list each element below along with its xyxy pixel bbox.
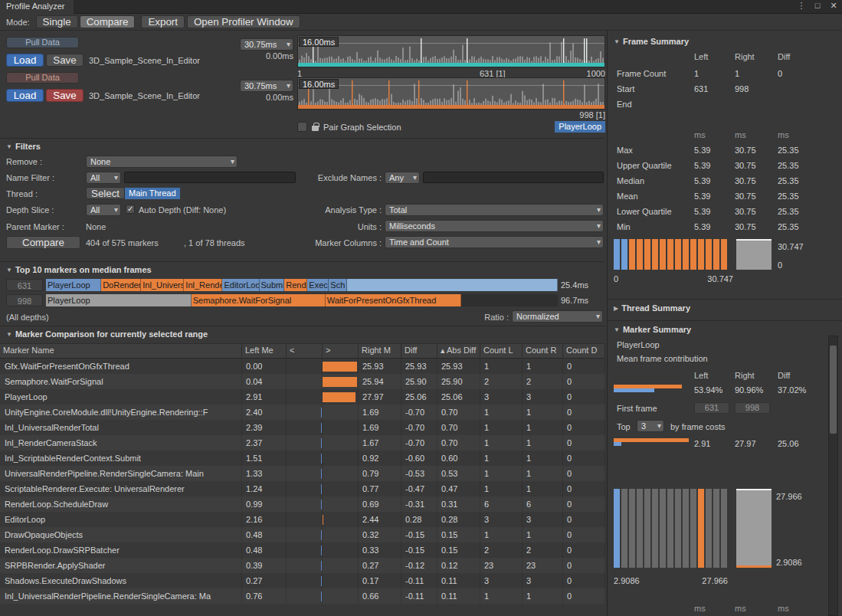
cell: 0 — [563, 359, 605, 374]
column-header[interactable]: Diff — [401, 343, 437, 359]
column-header[interactable]: Right M — [359, 343, 401, 359]
ratio-dropdown[interactable]: Normalized ▾ — [512, 310, 603, 323]
units-dropdown[interactable]: Milliseconds ▾ — [385, 220, 604, 232]
table-row[interactable]: Shadows.ExecuteDrawShadows0.270.17-0.110… — [0, 573, 605, 588]
thread-summary-header[interactable]: ▶ Thread Summary — [614, 303, 690, 313]
top10-segment-submi[interactable]: Submi — [260, 279, 285, 291]
table-row[interactable]: Semaphore.WaitForSignal0.0425.9425.9025.… — [0, 374, 605, 389]
top10-segment-dorenderl[interactable]: DoRenderl — [101, 279, 141, 291]
mode-compare-button[interactable]: Compare — [80, 15, 136, 28]
cell: 0.33 — [359, 542, 401, 558]
frame-summary-header[interactable]: ▼ Frame Summary — [614, 37, 689, 46]
cell: 0.48 — [242, 542, 287, 558]
column-header[interactable]: < — [287, 343, 323, 359]
table-row[interactable]: Gfx.WaitForPresentOnGfxThread0.0025.9325… — [0, 359, 605, 374]
top10-segment-waitforpresentongfxthread[interactable]: WaitForPresentOnGfxThread — [326, 294, 462, 306]
auto-depth-checkbox[interactable]: ✓ — [126, 205, 135, 214]
table-row[interactable]: Inl_ScriptableRenderContext.Submit1.510.… — [0, 451, 605, 466]
column-header[interactable]: Left Me — [242, 343, 287, 359]
chevron-down-icon: ▾ — [657, 421, 661, 431]
compare-button[interactable]: Compare — [6, 236, 80, 249]
open-profiler-button[interactable]: Open Profiler Window — [187, 15, 300, 28]
bottom-graph-scale-dropdown[interactable]: 30.75ms ▾ — [240, 80, 293, 92]
exclude-scope-dropdown[interactable]: Any ▾ — [385, 172, 420, 184]
top10-segment-playerloop[interactable]: PlayerLoop — [46, 279, 101, 291]
top10-segment-rende[interactable]: Rende — [284, 279, 307, 291]
first-frame-left-button[interactable]: 631 — [694, 402, 729, 414]
depth-slice-dropdown[interactable]: All ▾ — [86, 204, 121, 216]
table-row[interactable]: Inl_UniversalRenderTotal2.391.69-0.700.7… — [0, 420, 605, 435]
table-row[interactable]: RenderLoop.ScheduleDraw0.990.69-0.310.31… — [0, 496, 605, 512]
mode-single-button[interactable]: Single — [36, 15, 78, 28]
table-row[interactable]: UniversalRenderPipeline.RenderSingleCame… — [0, 466, 605, 481]
unit-ms: ms — [694, 130, 706, 139]
table-row[interactable]: Inl_RenderCameraStack2.371.67-0.700.7011… — [0, 435, 605, 451]
table-row[interactable]: DrawOpaqueObjects0.480.32-0.150.15110 — [0, 527, 605, 542]
table-row[interactable]: UnityEngine.CoreModule.dll!UnityEngine.R… — [0, 405, 605, 420]
top10-segment-inl-univers[interactable]: Inl_Univers — [141, 279, 184, 291]
cell: 1 — [523, 405, 563, 420]
close-icon[interactable]: ✕ — [828, 1, 839, 11]
name-filter-input[interactable] — [124, 172, 296, 183]
table-row[interactable]: Inl_UniversalRenderPipeline.RenderSingle… — [0, 588, 605, 604]
thread-chip[interactable]: Main Thread — [125, 188, 180, 199]
selected-marker-chip[interactable]: PlayerLoop — [555, 121, 605, 133]
top-n-dropdown[interactable]: 3 ▾ — [637, 420, 664, 432]
filters-header[interactable]: ▼ Filters — [6, 142, 41, 151]
column-header[interactable]: Count D — [563, 343, 605, 359]
table-row[interactable]: RenderLoop.DrawSRPBatcher0.480.33-0.150.… — [0, 542, 605, 558]
scrollbar-thumb[interactable] — [830, 346, 837, 434]
cell: 0.69 — [359, 496, 401, 512]
column-header[interactable]: Marker Name — [0, 343, 242, 359]
marker-comparison-header[interactable]: ▼ Marker Comparison for currently select… — [6, 329, 208, 339]
cell: 25.90 — [437, 374, 480, 389]
top10-segment-inl-render[interactable]: Inl_Render — [184, 279, 222, 291]
column-header[interactable]: Count L — [480, 343, 523, 359]
frame-time-graph-bottom[interactable]: 16.00ms — [297, 77, 605, 110]
frame-number-left[interactable]: 631 — [6, 279, 43, 291]
dataset-left-name: 3D_Sample_Scene_In_Editor — [89, 56, 200, 65]
cell: 0.28 — [437, 512, 480, 527]
top10-segment-playerloop[interactable]: PlayerLoop — [46, 294, 192, 306]
remove-dropdown[interactable]: None ▾ — [86, 156, 238, 168]
more-icon[interactable]: ⋮ — [796, 1, 807, 11]
table-row[interactable]: PlayerLoop2.9127.9725.0625.06330 — [0, 389, 605, 405]
frame-time-graph-top[interactable]: 16.00ms — [297, 35, 605, 67]
maximize-icon[interactable]: □ — [812, 1, 823, 11]
save-left-button[interactable]: Save — [46, 54, 84, 67]
table-row[interactable]: ScriptableRenderer.Execute: UniversalRen… — [0, 481, 605, 496]
save-right-button[interactable]: Save — [46, 89, 84, 102]
right-panel-scrollbar[interactable] — [828, 336, 838, 616]
column-header[interactable]: > — [323, 343, 359, 359]
first-frame-right-button[interactable]: 998 — [735, 402, 770, 414]
marker-summary-header[interactable]: ▼ Marker Summary — [614, 325, 691, 334]
top10-header[interactable]: ▼ Top 10 markers on median frames — [6, 265, 152, 274]
frame-number-right[interactable]: 998 — [6, 294, 43, 306]
top10-segment-sch[interactable]: Sch — [329, 279, 347, 291]
exclude-names-input[interactable] — [423, 172, 604, 183]
pull-data-right-button[interactable]: Pull Data — [6, 72, 79, 84]
window-tab[interactable]: Profile Analyzer — [0, 0, 74, 14]
column-header[interactable]: ▴ Abs Diff — [437, 343, 480, 359]
top10-segment-editorloo[interactable]: EditorLoo — [222, 279, 259, 291]
marker-columns-dropdown[interactable]: Time and Count ▾ — [385, 236, 604, 248]
pair-graph-checkbox[interactable] — [297, 122, 307, 132]
analysis-type-dropdown[interactable]: Total ▾ — [385, 204, 604, 216]
column-header[interactable]: Count R — [523, 343, 563, 359]
table-row[interactable]: EditorLoop2.162.440.280.28330 — [0, 512, 605, 527]
export-button[interactable]: Export — [141, 15, 185, 28]
histogram-bar — [675, 239, 681, 270]
histogram-bar — [614, 489, 620, 568]
top10-segment[interactable] — [347, 279, 558, 291]
top10-segment-exec[interactable]: Exec — [307, 279, 329, 291]
top10-segment-semaphore-waitforsignal[interactable]: Semaphore.WaitForSignal — [192, 294, 326, 306]
name-filter-scope-dropdown[interactable]: All ▾ — [86, 172, 121, 184]
table-row[interactable]: SRPBRender.ApplyShader0.390.27-0.120.122… — [0, 558, 605, 573]
thread-select-button[interactable]: Select — [86, 187, 125, 199]
top-graph-scale-dropdown[interactable]: 30.75ms ▾ — [240, 38, 293, 51]
load-right-button[interactable]: Load — [6, 89, 44, 102]
load-left-button[interactable]: Load — [6, 54, 44, 67]
pull-data-left-button[interactable]: Pull Data — [6, 37, 79, 48]
frame-summary-histogram[interactable] — [614, 239, 733, 270]
marker-summary-histogram[interactable] — [614, 489, 733, 568]
